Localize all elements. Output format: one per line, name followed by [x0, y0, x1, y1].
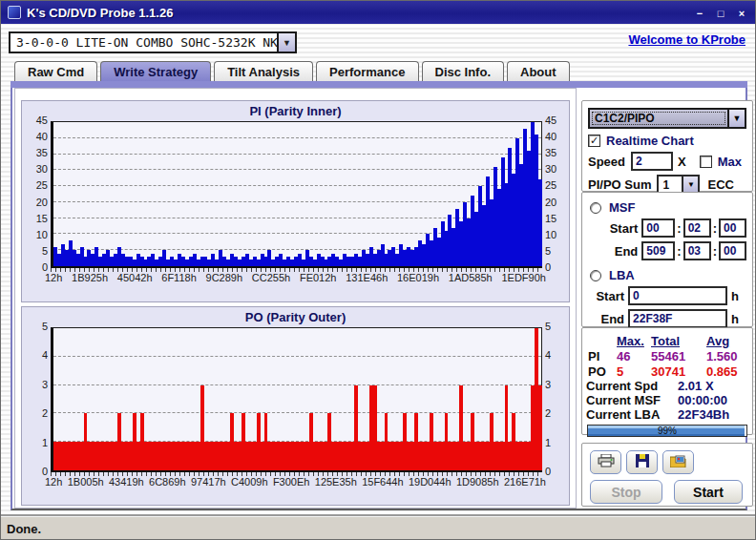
tab-about[interactable]: About: [507, 61, 570, 81]
colon: :: [677, 221, 681, 236]
y-tick-label: 30: [36, 163, 48, 175]
tab-performance[interactable]: Performance: [316, 61, 418, 81]
pi-y-axis-left: 051015202530354045: [26, 121, 51, 268]
max-speed-checkbox[interactable]: [700, 156, 712, 168]
x-tick-label: FE012h: [300, 272, 337, 283]
realtime-chart-checkbox[interactable]: ✓: [588, 135, 600, 147]
current-lba-value: 22F34Bh: [678, 407, 729, 422]
chart-options-group: C1C2/PIPO ▼ ✓ Realtime Chart Speed X Max…: [581, 100, 753, 192]
welcome-link[interactable]: Welcome to KProbe: [628, 32, 746, 47]
tab-raw-cmd[interactable]: Raw Cmd: [14, 61, 97, 81]
tab-disc-info[interactable]: Disc Info.: [422, 61, 505, 81]
y-tick-label: 5: [545, 321, 551, 332]
y-tick-label: 4: [545, 349, 551, 361]
y-tick-label: 0: [545, 261, 551, 273]
po-row-label: PO: [586, 364, 611, 379]
stats-group: Max. Total Avg PI 46 55461 1.560 PO 5 30…: [581, 327, 753, 435]
minimize-button[interactable]: −: [692, 6, 707, 20]
drive-selector-combobox[interactable]: 3-0-0-0 LITE-ON COMBO SOHC-5232K NK07 ▼: [9, 31, 297, 53]
y-tick-label: 2: [545, 407, 551, 419]
print-button[interactable]: [590, 450, 621, 474]
msf-start-min[interactable]: [641, 218, 675, 238]
y-tick-label: 15: [545, 213, 556, 224]
hex-suffix: h: [731, 289, 739, 303]
app-window: K's CD/DVD Probe 1.1.26 − □ × 3-0-0-0 LI…: [0, 0, 756, 540]
speed-input[interactable]: [631, 152, 673, 171]
save-button[interactable]: [626, 450, 658, 474]
x-tick-label: C4009h: [231, 476, 268, 488]
x-tick-label: 216E71h: [504, 476, 546, 488]
window-title: K's CD/DVD Probe 1.1.26: [27, 6, 173, 20]
y-tick-label: 3: [42, 379, 48, 390]
pi-total: 55461: [651, 349, 706, 363]
close-button[interactable]: ×: [734, 6, 749, 20]
x-tick-label: 12h: [45, 476, 62, 488]
export-image-button[interactable]: [662, 450, 694, 474]
y-tick-label: 0: [545, 466, 551, 477]
x-tick-label: 97417h: [191, 476, 226, 488]
msf-end-frame[interactable]: [719, 241, 746, 260]
maximize-button[interactable]: □: [713, 6, 728, 20]
colon: :: [677, 244, 681, 259]
current-lba-row: Current LBA 22F34Bh: [586, 407, 748, 422]
msf-radio[interactable]: [590, 202, 601, 214]
y-tick-label: 1: [545, 437, 551, 448]
mode-selector-combobox[interactable]: C1C2/PIPO ▼: [588, 108, 746, 129]
msf-end-sec[interactable]: [683, 241, 711, 260]
tab-band: [10, 81, 747, 88]
pi-row-label: PI: [586, 349, 611, 363]
stats-header-avg: Avg: [706, 334, 748, 348]
lba-label: LBA: [609, 268, 635, 282]
start-button[interactable]: Start: [674, 480, 743, 504]
x-tick-label: 6C869h: [149, 476, 186, 488]
msf-end-min[interactable]: [641, 241, 675, 260]
current-speed-label: Current Spd: [586, 379, 678, 393]
x-tick-label: 9C289h: [206, 272, 243, 283]
x-tick-label: CC255h: [252, 272, 290, 283]
x-tick-label: 131E46h: [346, 272, 388, 283]
x-tick-label: 125E35h: [315, 476, 357, 488]
lba-start-input[interactable]: [628, 286, 727, 305]
po-avg: 0.865: [706, 364, 748, 379]
y-tick-label: 2: [42, 407, 48, 419]
max-label: Max: [718, 155, 742, 169]
y-tick-label: 3: [545, 379, 551, 390]
current-msf-label: Current MSF: [586, 393, 678, 407]
y-tick-label: 35: [36, 147, 48, 158]
title-bar[interactable]: K's CD/DVD Probe 1.1.26 − □ ×: [1, 1, 756, 24]
pi-avg: 1.560: [706, 349, 748, 363]
realtime-chart-label: Realtime Chart: [606, 134, 694, 148]
chevron-down-icon[interactable]: ▼: [277, 33, 295, 52]
printer-icon: [598, 454, 615, 470]
y-tick-label: 15: [36, 213, 48, 224]
current-msf-value: 00:00:00: [678, 393, 727, 407]
stop-button[interactable]: Stop: [590, 480, 662, 504]
pipo-sum-label: PI/PO Sum: [588, 177, 651, 192]
msf-start-sec[interactable]: [683, 218, 711, 238]
stats-header-total: Total: [651, 334, 706, 348]
tab-bar: Raw Cmd Write Strategy Tilt Analysis Per…: [14, 61, 570, 81]
msf-start-frame[interactable]: [719, 218, 746, 238]
y-tick-label: 25: [36, 179, 48, 191]
x-tick-label: 1AD585h: [449, 272, 493, 283]
y-tick-label: 4: [42, 349, 48, 361]
x-tick-label: F300Eh: [273, 476, 310, 488]
po-max: 5: [611, 364, 651, 379]
y-tick-label: 0: [42, 466, 48, 477]
lba-end-input[interactable]: [628, 309, 727, 328]
charts-panel: PI (Parity Inner) 051015202530354045 051…: [14, 88, 577, 509]
x-tick-label: 19D044h: [409, 476, 452, 488]
pi-stats-row: PI 46 55461 1.560: [586, 349, 748, 363]
lba-radio[interactable]: [590, 270, 601, 281]
chevron-down-icon[interactable]: ▼: [727, 110, 745, 127]
lba-end-label: End: [586, 312, 624, 326]
tab-tilt-analysis[interactable]: Tilt Analysis: [214, 61, 313, 81]
y-tick-label: 10: [36, 229, 48, 240]
y-tick-label: 45: [36, 114, 48, 126]
x-tick-label: 1EDF90h: [501, 272, 545, 283]
x-tick-label: 12h: [45, 272, 62, 283]
tab-write-strategy[interactable]: Write Strategy: [100, 61, 211, 81]
chevron-down-icon[interactable]: ▼: [682, 177, 698, 193]
current-msf-row: Current MSF 00:00:00: [586, 393, 748, 407]
y-tick-label: 30: [545, 163, 556, 175]
